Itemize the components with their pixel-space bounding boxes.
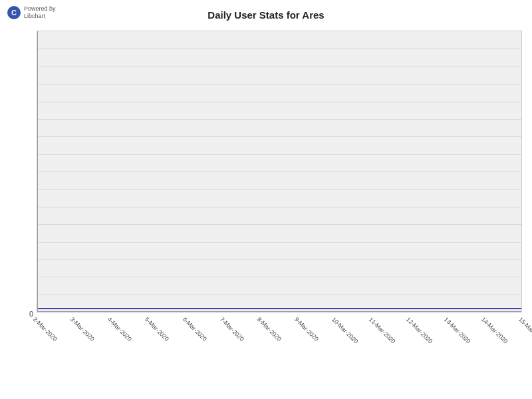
- powered-by-text: Powered by Libchart: [24, 5, 56, 20]
- grid-line: [37, 84, 521, 84]
- x-axis-label: 3-Mar-2020: [69, 316, 96, 342]
- grid-line: [37, 259, 521, 260]
- y-axis-area: 0: [10, 31, 37, 313]
- grid-line: [37, 119, 521, 120]
- grid-line: [37, 102, 521, 102]
- chart-left-border: [37, 31, 38, 312]
- grid-line: [37, 295, 521, 295]
- grid-line: [37, 207, 521, 207]
- grid-line: [37, 277, 521, 277]
- grid-lines: [37, 31, 521, 312]
- grid-line: [37, 66, 521, 67]
- x-axis-area: 2-Mar-20203-Mar-20204-Mar-20205-Mar-2020…: [37, 313, 522, 392]
- chart-bottom-border: [37, 311, 521, 312]
- x-axis-label: 2-Mar-2020: [32, 316, 59, 342]
- x-axis-label: 10-Mar-2020: [331, 316, 360, 345]
- x-axis-label: 8-Mar-2020: [256, 316, 283, 342]
- chart-plot-area: [37, 31, 522, 313]
- x-axis-label: 5-Mar-2020: [144, 316, 170, 342]
- x-axis-label: 12-Mar-2020: [405, 316, 434, 345]
- chart-container: C Powered by Libchart Daily User Stats f…: [0, 0, 532, 399]
- x-axis-label: 7-Mar-2020: [219, 316, 245, 342]
- grid-line: [37, 189, 521, 190]
- grid-line: [37, 49, 521, 49]
- x-axis-label: 11-Mar-2020: [368, 316, 397, 345]
- libchart-logo-icon: C: [7, 5, 21, 20]
- data-line: [37, 308, 521, 309]
- grid-line: [37, 154, 521, 155]
- x-labels-wrapper: 2-Mar-20203-Mar-20204-Mar-20205-Mar-2020…: [37, 313, 522, 323]
- x-axis-label: 6-Mar-2020: [181, 316, 207, 342]
- grid-line: [37, 242, 521, 243]
- x-axis-label: 14-Mar-2020: [480, 316, 509, 345]
- y-zero-label: 0: [29, 310, 33, 318]
- x-axis-label: 13-Mar-2020: [442, 316, 471, 345]
- x-axis-label: 4-Mar-2020: [106, 316, 133, 342]
- x-axis-label: 9-Mar-2020: [293, 316, 320, 342]
- powered-by-badge: C Powered by Libchart: [7, 5, 56, 20]
- grid-line: [37, 136, 521, 137]
- x-axis-label: 15-Mar-2020: [517, 316, 532, 345]
- svg-text:C: C: [11, 9, 17, 17]
- grid-line: [37, 224, 521, 225]
- chart-title: Daily User Stats for Ares: [7, 9, 525, 21]
- grid-line: [37, 172, 521, 172]
